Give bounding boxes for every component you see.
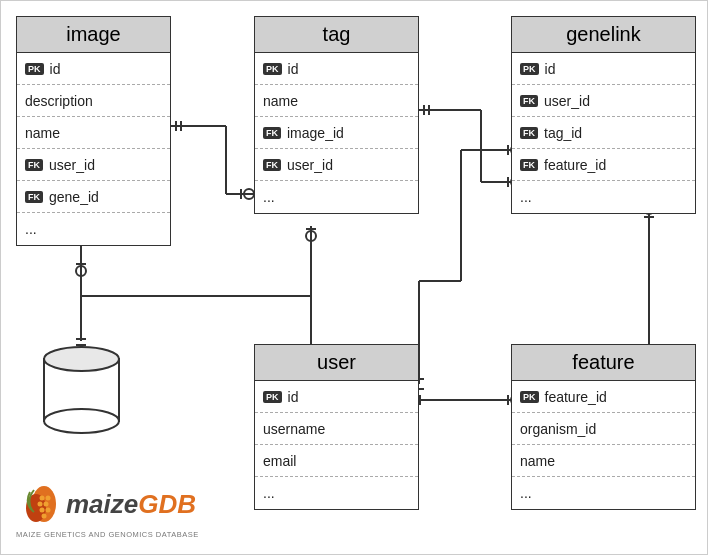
diagram-container: image PK id description name FK user_id … xyxy=(0,0,708,555)
table-row: FK tag_id xyxy=(512,117,695,149)
table-tag: tag PK id name FK image_id FK user_id ..… xyxy=(254,16,419,214)
fk-badge: FK xyxy=(520,159,538,171)
table-user-header: user xyxy=(255,345,418,381)
svg-point-55 xyxy=(46,496,51,501)
table-row: ... xyxy=(512,181,695,213)
field-name: ... xyxy=(520,485,532,501)
table-row: name xyxy=(512,445,695,477)
table-row: FK user_id xyxy=(255,149,418,181)
svg-point-50 xyxy=(44,409,119,433)
table-row: PK feature_id xyxy=(512,381,695,413)
table-row: ... xyxy=(17,213,170,245)
svg-point-57 xyxy=(44,502,49,507)
table-row: ... xyxy=(512,477,695,509)
table-user: user PK id username email ... xyxy=(254,344,419,510)
fk-badge: FK xyxy=(25,191,43,203)
table-image-header: image xyxy=(17,17,170,53)
field-name: organism_id xyxy=(520,421,596,437)
field-name: feature_id xyxy=(544,157,606,173)
fk-badge: FK xyxy=(520,127,538,139)
svg-point-59 xyxy=(46,508,51,513)
table-row: name xyxy=(17,117,170,149)
database-cylinder xyxy=(39,341,124,441)
field-name: id xyxy=(50,61,61,77)
pk-badge: PK xyxy=(25,63,44,75)
table-feature: feature PK feature_id organism_id name .… xyxy=(511,344,696,510)
field-name: ... xyxy=(263,485,275,501)
field-name: id xyxy=(545,61,556,77)
field-name: name xyxy=(520,453,555,469)
field-name: username xyxy=(263,421,325,437)
table-genelink-header: genelink xyxy=(512,17,695,53)
table-feature-header: feature xyxy=(512,345,695,381)
field-name: name xyxy=(263,93,298,109)
pk-badge: PK xyxy=(263,63,282,75)
svg-point-56 xyxy=(38,502,43,507)
fk-badge: FK xyxy=(263,127,281,139)
field-name: ... xyxy=(25,221,37,237)
table-row: PK id xyxy=(255,53,418,85)
table-image: image PK id description name FK user_id … xyxy=(16,16,171,246)
logo-subtitle: Maize Genetics and Genomics Database xyxy=(16,530,199,539)
field-name: gene_id xyxy=(49,189,99,205)
table-tag-header: tag xyxy=(255,17,418,53)
table-row: username xyxy=(255,413,418,445)
table-genelink: genelink PK id FK user_id FK tag_id FK f… xyxy=(511,16,696,214)
field-name: id xyxy=(288,61,299,77)
table-row: FK feature_id xyxy=(512,149,695,181)
field-name: image_id xyxy=(287,125,344,141)
field-name: id xyxy=(288,389,299,405)
field-name: user_id xyxy=(49,157,95,173)
table-row: FK image_id xyxy=(255,117,418,149)
svg-point-23 xyxy=(306,231,316,241)
field-name: user_id xyxy=(287,157,333,173)
svg-point-58 xyxy=(40,508,45,513)
pk-badge: PK xyxy=(520,391,539,403)
table-row: email xyxy=(255,445,418,477)
svg-point-40 xyxy=(76,266,86,276)
table-row: FK gene_id xyxy=(17,181,170,213)
table-row: ... xyxy=(255,477,418,509)
corn-icon xyxy=(16,480,64,528)
svg-point-54 xyxy=(40,496,45,501)
logo-gdb-text: GDB xyxy=(138,489,196,520)
fk-badge: FK xyxy=(263,159,281,171)
table-row: organism_id xyxy=(512,413,695,445)
pk-badge: PK xyxy=(520,63,539,75)
table-row: PK id xyxy=(512,53,695,85)
fk-badge: FK xyxy=(25,159,43,171)
field-name: feature_id xyxy=(545,389,607,405)
field-name: user_id xyxy=(544,93,590,109)
logo-maize-text: maize xyxy=(66,489,138,520)
table-row: name xyxy=(255,85,418,117)
field-name: ... xyxy=(263,189,275,205)
field-name: ... xyxy=(520,189,532,205)
field-name: name xyxy=(25,125,60,141)
table-row: FK user_id xyxy=(512,85,695,117)
table-row: PK id xyxy=(17,53,170,85)
svg-point-51 xyxy=(44,347,119,371)
table-row: PK id xyxy=(255,381,418,413)
field-name: email xyxy=(263,453,296,469)
fk-badge: FK xyxy=(520,95,538,107)
pk-badge: PK xyxy=(263,391,282,403)
field-name: tag_id xyxy=(544,125,582,141)
table-row: ... xyxy=(255,181,418,213)
field-name: description xyxy=(25,93,93,109)
maizegdb-logo: maize GDB Maize Genetics and Genomics Da… xyxy=(16,480,199,539)
svg-point-60 xyxy=(42,514,47,519)
svg-point-5 xyxy=(244,189,254,199)
table-row: FK user_id xyxy=(17,149,170,181)
table-row: description xyxy=(17,85,170,117)
